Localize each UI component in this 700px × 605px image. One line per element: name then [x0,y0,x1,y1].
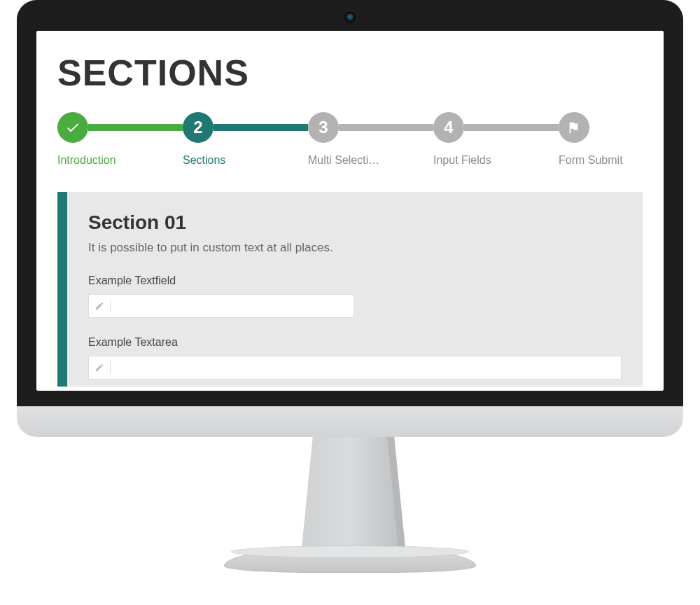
step-indicator-done [57,112,88,143]
step-label: Multi Selecti… [308,154,399,167]
flag-icon [566,120,582,135]
step-label: Input Fields [433,154,524,167]
step-input-fields[interactable]: 4 Input Fields [433,112,559,167]
step-indicator-idle: 3 [308,112,339,143]
page-title: SECTIONS [57,52,643,94]
step-indicator-idle [559,112,589,143]
step-form-submit[interactable]: Form Submit [559,112,643,167]
page-content: SECTIONS Introduction [36,31,664,387]
monitor-stand [210,437,490,605]
example-textarea-input[interactable] [116,362,615,373]
field-label-textarea: Example Textarea [88,336,622,349]
section-title: Section 01 [88,211,622,234]
step-indicator-active: 2 [183,112,214,143]
pencil-icon [94,301,104,311]
step-connector [214,124,308,131]
step-sections[interactable]: 2 Sections [183,112,308,167]
step-connector [88,124,183,131]
step-connector [464,124,559,131]
section-description: It is possible to put in custom text at … [88,241,622,255]
textarea-wrapper[interactable] [88,356,622,380]
monitor-chin [17,406,683,437]
section-card: Section 01 It is possible to put in cust… [57,192,643,387]
example-textfield-input[interactable] [116,300,348,312]
stepper: Introduction 2 Sections 3 [57,112,643,167]
separator [110,361,111,374]
step-label: Form Submit [559,154,643,167]
step-label: Introduction [57,154,148,167]
stand-neck [301,437,399,555]
check-icon [65,120,80,135]
monitor-frame: SECTIONS Introduction [17,0,683,437]
step-connector [339,124,433,131]
screen: SECTIONS Introduction [36,31,664,391]
textfield-wrapper[interactable] [88,294,354,318]
step-label: Sections [183,154,274,167]
field-label-textfield: Example Textfield [88,274,622,287]
pencil-icon [94,363,104,373]
step-introduction[interactable]: Introduction [57,112,183,167]
camera-icon [346,13,354,22]
monitor-bezel: SECTIONS Introduction [17,0,683,406]
step-indicator-idle: 4 [433,112,464,143]
stand-foot-top [231,545,469,558]
separator [110,300,111,312]
step-multi-selection[interactable]: 3 Multi Selecti… [308,112,433,167]
